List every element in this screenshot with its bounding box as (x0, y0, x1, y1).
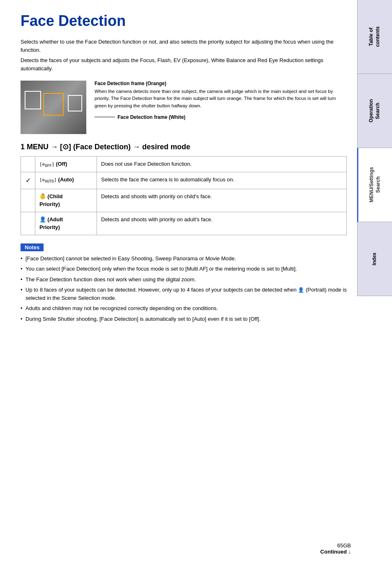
tab-toc-label: Table ofcontents (368, 26, 381, 47)
list-item: During Smile Shutter shooting, [Face Det… (21, 315, 347, 323)
continued-label: Continued ↓ (321, 549, 351, 555)
list-item: You can select [Face Detection] only whe… (21, 265, 347, 273)
list-item: Up to 8 faces of your subjects can be de… (21, 286, 347, 302)
white-frame-label: Face Detection frame (White) (118, 114, 185, 120)
face-box-orange (43, 93, 64, 116)
tab-table-of-contents[interactable]: Table ofcontents (357, 0, 392, 74)
diagram-labels: Face Detection frame (Orange) When the c… (95, 81, 347, 120)
sidebar-tabs: Table ofcontents OperationSearch MENU/Se… (357, 0, 392, 563)
table-row: 👶 (ChildPriority)Detects and shoots with… (21, 189, 347, 212)
table-row: 👤 (AdultPriority)Detects and shoots with… (21, 212, 347, 235)
step-heading: 1 MENU → [⊙] (Face Detection) → desired … (21, 142, 347, 151)
page-footer: 65GB Continued ↓ (321, 542, 351, 555)
tab-index-label: Index (371, 253, 378, 265)
intro-paragraph2: Detects the faces of your subjects and a… (21, 56, 347, 72)
face-box-white1 (25, 91, 41, 109)
page-title: Face Detection (21, 12, 347, 30)
tab-menu-settings-search[interactable]: MENU/SettingsSearch (357, 148, 392, 222)
orange-frame-label: Face Detection frame (Orange) (95, 81, 347, 86)
list-item: The Face Detection function does not wor… (21, 276, 347, 284)
camera-image (21, 81, 86, 134)
tab-index[interactable]: Index (357, 222, 392, 296)
face-box-white2 (68, 95, 82, 111)
orange-frame-desc: When the camera detects more than one su… (95, 88, 347, 109)
intro-paragraph1: Selects whether to use the Face Detectio… (21, 38, 347, 54)
diagram-section: Face Detection frame (Orange) When the c… (21, 81, 347, 134)
table-row: ✓[⊙AUTO] (Auto)Selects the face the came… (21, 172, 347, 189)
notes-badge: Notes (21, 243, 44, 251)
mode-table: [⊙OFF] (Off)Does not use Face Detection … (21, 156, 347, 235)
list-item: Adults and children may not be recognize… (21, 304, 347, 313)
table-row: [⊙OFF] (Off)Does not use Face Detection … (21, 157, 347, 172)
notes-list: [Face Detection] cannot be selected in E… (21, 255, 347, 323)
list-item: [Face Detection] cannot be selected in E… (21, 255, 347, 263)
tab-operation-search[interactable]: OperationSearch (357, 74, 392, 148)
tab-menu-label: MENU/SettingsSearch (369, 167, 381, 202)
page-number: 65GB (321, 542, 351, 549)
notes-section: Notes [Face Detection] cannot be selecte… (21, 243, 347, 323)
tab-operation-label: OperationSearch (368, 99, 381, 123)
